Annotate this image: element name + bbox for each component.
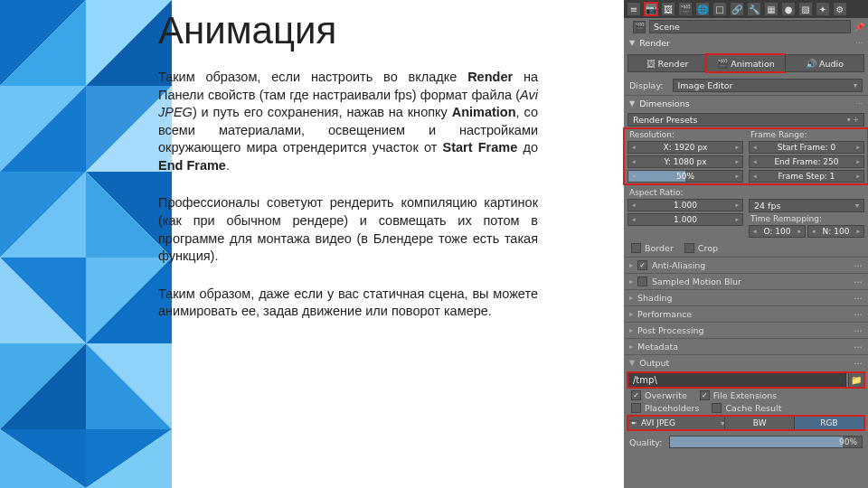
particles-tab-icon[interactable]: ✦ <box>816 3 829 15</box>
resolution-pct-field[interactable]: ◂50%▸ <box>627 170 743 183</box>
physics-tab-icon[interactable]: ⚙ <box>834 3 846 15</box>
slide-content: Анимация Таким образом, если настроить в… <box>158 0 556 488</box>
format-row: 📼AVI JPEG▾ BW RGB <box>627 416 864 430</box>
remap-new-field[interactable]: ◂N: 100▸ <box>807 225 864 238</box>
scene-icon: 🎬 <box>633 21 646 33</box>
output-opts-row-1: ✓Overwrite ✓File Extensions <box>627 390 864 400</box>
start-frame-field[interactable]: ◂Start Frame: 0▸ <box>749 141 864 154</box>
frame-range-label: Frame Range: <box>749 130 864 139</box>
texture-tab-icon[interactable]: ▨ <box>799 3 812 15</box>
render-buttons: 🖼Render 🎬Animation 🔊Audio <box>627 54 864 72</box>
cache-result-checkbox[interactable]: Cache Result <box>712 403 781 413</box>
image-icon: 🖼 <box>646 59 656 69</box>
quality-label: Quality: <box>629 437 662 447</box>
quality-slider[interactable]: 90% <box>669 436 863 448</box>
context-tab-row: ≡ 📷 🖼 🎬 🌐 □ 🔗 🔧 ▦ ● ▨ ✦ ⚙ <box>624 0 868 18</box>
scene-name-row: 🎬 Scene 📌 <box>624 18 868 35</box>
paragraph-1: Таким образом, если настроить во вкладке… <box>158 69 538 174</box>
render-presets-row: Render Presets▾ + <box>624 111 868 128</box>
render-section-label: Render <box>639 38 670 48</box>
resolution-x-field[interactable]: ◂X: 1920 px▸ <box>627 141 743 154</box>
animation-button[interactable]: 🎬Animation <box>706 54 785 72</box>
remap-old-field[interactable]: ◂O: 100▸ <box>749 225 806 238</box>
dimensions-body: Resolution: ◂X: 1920 px▸ ◂Y: 1080 px▸ ◂5… <box>624 128 868 184</box>
speaker-icon: 🔊 <box>806 59 816 69</box>
constraints-tab-icon[interactable]: 🔗 <box>731 3 743 15</box>
fps-column: 24 fps▾ Time Remapping: ◂O: 100▸ ◂N: 100… <box>749 188 864 238</box>
disclosure-down-icon: ▼ <box>629 39 635 47</box>
display-row: Display: Image Editor▾ <box>624 76 868 95</box>
end-frame-field[interactable]: ◂End Frame: 250▸ <box>749 155 864 168</box>
scene-tab-icon[interactable]: 🎬 <box>679 3 692 15</box>
performance-header[interactable]: ▸Performance⋯ <box>624 305 868 322</box>
aspect-label: Aspect Ratio: <box>627 188 743 197</box>
clapper-icon: 🎬 <box>717 59 728 69</box>
rgb-button[interactable]: RGB <box>794 416 864 430</box>
resolution-label: Resolution: <box>627 130 743 139</box>
pin-icon[interactable]: 📌 <box>854 23 864 32</box>
output-path-field[interactable]: /tmp\ <box>627 372 846 388</box>
slide-title: Анимация <box>158 9 538 52</box>
material-tab-icon[interactable]: ● <box>782 3 795 15</box>
output-path-row: /tmp\ 📁 <box>627 372 864 388</box>
dimensions-label: Dimensions <box>639 99 689 108</box>
overwrite-checkbox[interactable]: ✓Overwrite <box>631 390 687 400</box>
quality-row: Quality: 90% <box>624 434 868 452</box>
display-select[interactable]: Image Editor▾ <box>673 79 863 92</box>
time-remap-label: Time Remapping: <box>749 214 864 223</box>
render-section-header[interactable]: ▼ Render ⋯ <box>624 35 868 51</box>
disclosure-down-icon: ▼ <box>629 99 635 108</box>
bw-button[interactable]: BW <box>724 416 794 430</box>
anti-aliasing-header[interactable]: ▸✓Anti-Aliasing⋯ <box>624 257 868 273</box>
frame-step-field[interactable]: ◂Frame Step: 1▸ <box>749 170 864 183</box>
resolution-column: Resolution: ◂X: 1920 px▸ ◂Y: 1080 px▸ ◂5… <box>627 130 743 183</box>
aspect-column: Aspect Ratio: ◂1.000▸ ◂1.000▸ <box>627 188 743 238</box>
frame-range-column: Frame Range: ◂Start Frame: 0▸ ◂End Frame… <box>749 130 864 183</box>
display-label: Display: <box>629 80 664 90</box>
crop-checkbox[interactable]: Crop <box>684 243 718 253</box>
format-select[interactable]: 📼AVI JPEG▾ <box>627 416 724 430</box>
metadata-header[interactable]: ▸Metadata⋯ <box>624 338 868 354</box>
placeholders-checkbox[interactable]: Placeholders <box>631 403 699 413</box>
data-tab-icon[interactable]: ▦ <box>765 3 778 15</box>
border-checkbox[interactable]: Border <box>631 243 674 253</box>
aspect-x-field[interactable]: ◂1.000▸ <box>627 199 743 211</box>
panel-menu-icon[interactable]: ⋯ <box>855 39 863 47</box>
post-processing-header[interactable]: ▸Post Processing⋯ <box>624 322 868 338</box>
decorative-triangles <box>0 0 172 488</box>
paragraph-2: Профессионалы советуют рендерить компиля… <box>158 194 538 265</box>
output-body: /tmp\ 📁 ✓Overwrite ✓File Extensions Plac… <box>624 371 868 434</box>
world-tab-icon[interactable]: 🌐 <box>696 3 709 15</box>
object-tab-icon[interactable]: □ <box>713 3 726 15</box>
render-tab-icon[interactable]: 📷 <box>645 3 657 15</box>
panel-menu-icon[interactable]: ⋯ <box>855 99 863 108</box>
render-presets-select[interactable]: Render Presets▾ + <box>627 113 864 127</box>
dimensions-header[interactable]: ▼ Dimensions ⋯ <box>624 95 868 111</box>
paragraph-3: Таким образом, даже если у вас статичная… <box>158 286 538 321</box>
audio-button[interactable]: 🔊Audio <box>785 54 864 72</box>
browse-folder-button[interactable]: 📁 <box>848 372 864 388</box>
blender-properties-panel: ≡ 📷 🖼 🎬 🌐 □ 🔗 🔧 ▦ ● ▨ ✦ ⚙ 🎬 Scene 📌 ▼ Re… <box>624 0 868 488</box>
border-crop-row: Border Crop <box>624 239 868 257</box>
tab-menu-icon[interactable]: ≡ <box>627 3 640 15</box>
film-icon: 📼 <box>628 418 638 427</box>
layers-tab-icon[interactable]: 🖼 <box>662 3 675 15</box>
render-button[interactable]: 🖼Render <box>627 54 706 72</box>
shading-header[interactable]: ▸Shading⋯ <box>624 289 868 305</box>
scene-name-field[interactable]: Scene <box>649 20 851 33</box>
aspect-y-field[interactable]: ◂1.000▸ <box>627 213 743 226</box>
file-ext-checkbox[interactable]: ✓File Extensions <box>700 390 778 400</box>
output-header[interactable]: ▼Output⋯ <box>624 354 868 371</box>
fps-select[interactable]: 24 fps▾ <box>749 199 864 212</box>
output-opts-row-2: Placeholders Cache Result <box>627 403 864 413</box>
motion-blur-header[interactable]: ▸Sampled Motion Blur⋯ <box>624 273 868 289</box>
aspect-fps-row: Aspect Ratio: ◂1.000▸ ◂1.000▸ 24 fps▾ Ti… <box>624 184 868 239</box>
resolution-y-field[interactable]: ◂Y: 1080 px▸ <box>627 155 743 168</box>
modifiers-tab-icon[interactable]: 🔧 <box>748 3 760 15</box>
